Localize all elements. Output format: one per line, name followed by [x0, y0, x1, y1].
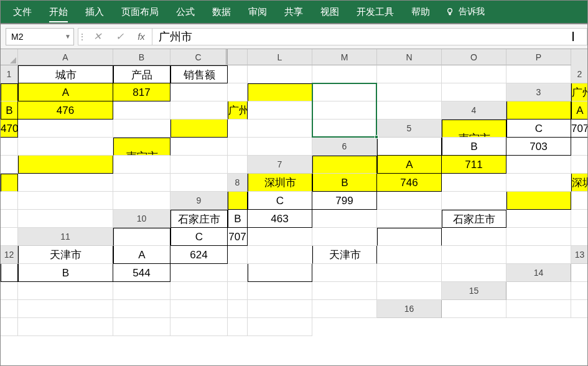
cell-L9[interactable] — [442, 192, 506, 210]
col-header-C[interactable]: C — [170, 49, 228, 65]
cell-O15[interactable] — [248, 300, 312, 318]
cell-L15[interactable] — [113, 300, 170, 318]
cell-L2[interactable] — [228, 83, 248, 101]
cell-M14[interactable] — [228, 282, 248, 300]
cell-C7[interactable]: 711 — [442, 156, 506, 174]
cell-N11[interactable] — [442, 228, 506, 246]
cell-M2[interactable] — [248, 83, 312, 101]
cell-O8[interactable] — [18, 192, 113, 210]
cell-B4[interactable]: A — [571, 101, 587, 120]
cell-P16[interactable] — [248, 318, 312, 336]
cell-P13[interactable] — [442, 264, 506, 282]
col-header-O[interactable]: O — [442, 49, 506, 65]
cell-P10[interactable] — [1, 228, 18, 246]
cell-O11[interactable] — [506, 228, 571, 246]
cell-L4[interactable] — [113, 120, 170, 138]
row-header-2[interactable]: 2 — [571, 65, 587, 83]
ribbon-tab-formulas[interactable]: 公式 — [167, 0, 203, 24]
row-header-10[interactable]: 10 — [113, 210, 170, 228]
row-header-11[interactable]: 11 — [18, 228, 113, 246]
cell-M15[interactable] — [170, 300, 228, 318]
cell-O1[interactable] — [442, 65, 506, 83]
cell-B9[interactable]: C — [248, 192, 312, 210]
cell-C2[interactable]: 817 — [113, 83, 170, 101]
cell-A15[interactable] — [506, 282, 571, 300]
cell-N12[interactable] — [377, 246, 442, 264]
cell-P7[interactable] — [170, 174, 228, 192]
cell-B10[interactable]: B — [228, 210, 248, 228]
cell-N9[interactable] — [571, 192, 587, 210]
cell-B2[interactable]: A — [18, 83, 113, 101]
col-header-B[interactable]: B — [113, 49, 170, 65]
cell-B3[interactable]: B — [1, 101, 18, 120]
cell-A7[interactable] — [312, 156, 377, 174]
select-all-corner[interactable] — [1, 49, 18, 65]
cell-P6[interactable] — [228, 156, 248, 174]
formula-handle-icon[interactable]: ⋮ — [78, 32, 86, 41]
cell-A8[interactable]: 深圳市 — [248, 174, 312, 192]
cell-P14[interactable] — [377, 282, 442, 300]
cell-B8[interactable]: B — [312, 174, 377, 192]
cell-C11[interactable]: 707 — [228, 228, 248, 246]
cell-N14[interactable] — [248, 282, 312, 300]
cell-M16[interactable] — [113, 318, 170, 336]
cell-C16[interactable] — [571, 300, 587, 318]
col-header-M[interactable]: M — [312, 49, 377, 65]
cell-P8[interactable] — [113, 192, 170, 210]
row-header-13[interactable]: 13 — [571, 246, 587, 264]
cell-L7[interactable] — [571, 156, 587, 174]
cell-A16[interactable] — [442, 300, 506, 318]
cell-N5[interactable] — [170, 138, 228, 156]
name-box-caret-icon[interactable]: ▼ — [62, 33, 73, 40]
cell-A6[interactable] — [377, 138, 442, 156]
cell-L8[interactable] — [506, 174, 571, 192]
cell-L13[interactable] — [228, 264, 248, 282]
cell-B5[interactable]: C — [506, 120, 571, 138]
cell-L3[interactable] — [170, 101, 228, 120]
cell-P5[interactable] — [248, 138, 312, 156]
cell-M13[interactable] — [248, 264, 312, 282]
cell-O4[interactable] — [248, 120, 312, 138]
cell-B12[interactable]: A — [113, 246, 170, 264]
cell-B14[interactable] — [1, 282, 18, 300]
cell-O9[interactable] — [1, 210, 18, 228]
cell-L11[interactable] — [312, 228, 377, 246]
cell-C9[interactable]: 799 — [312, 192, 377, 210]
cell-P3[interactable] — [377, 101, 442, 120]
row-header-9[interactable]: 9 — [170, 192, 228, 210]
cell-P4[interactable] — [312, 120, 377, 138]
cell-O5[interactable] — [228, 138, 248, 156]
cell-M7[interactable] — [1, 174, 18, 192]
cell-L16[interactable] — [18, 318, 113, 336]
cell-M12[interactable]: 天津市 — [312, 246, 377, 264]
ribbon-tab-data[interactable]: 数据 — [203, 0, 240, 24]
cell-P1[interactable] — [506, 65, 571, 83]
cell-M6[interactable] — [18, 156, 113, 174]
cell-N1[interactable] — [377, 65, 442, 83]
cell-C14[interactable] — [18, 282, 113, 300]
cell-A2[interactable] — [1, 83, 18, 101]
cell-P2[interactable] — [442, 83, 506, 101]
cell-L1[interactable] — [248, 65, 312, 83]
ribbon-tab-share[interactable]: 共享 — [276, 0, 312, 24]
cell-N16[interactable] — [170, 318, 228, 336]
row-header-5[interactable]: 5 — [377, 120, 442, 138]
cell-N15[interactable] — [228, 300, 248, 318]
cell-A3[interactable]: 广州市 — [571, 83, 587, 101]
cell-B11[interactable]: C — [170, 228, 228, 246]
cell-A11[interactable] — [113, 228, 170, 246]
cell-L5[interactable] — [18, 138, 113, 156]
cell-B1[interactable]: 产品 — [113, 65, 170, 83]
cell-P9[interactable] — [18, 210, 113, 228]
cell-O13[interactable] — [377, 264, 442, 282]
cell-B7[interactable]: A — [377, 156, 442, 174]
cell-N4[interactable] — [228, 120, 248, 138]
ribbon-tab-pagelayout[interactable]: 页面布局 — [113, 0, 167, 24]
ribbon-tab-help[interactable]: 帮助 — [403, 0, 439, 24]
ribbon-tellme[interactable]: 告诉我 — [439, 6, 491, 17]
cell-N6[interactable] — [113, 156, 170, 174]
cell-C12[interactable]: 624 — [170, 246, 228, 264]
cell-B6[interactable]: B — [442, 138, 506, 156]
cell-O12[interactable] — [442, 246, 506, 264]
row-header-14[interactable]: 14 — [506, 264, 571, 282]
